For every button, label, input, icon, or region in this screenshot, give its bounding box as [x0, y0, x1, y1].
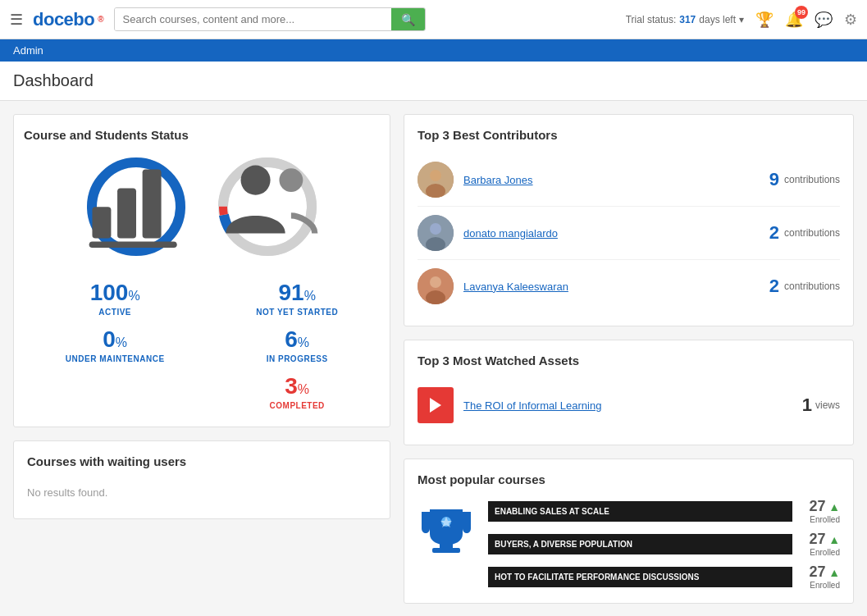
enroll-info-1: 27 ▲ Enrolled: [799, 531, 840, 557]
course-bar-row-0: ENABLING SALES AT SCALE 27 ▲ Enrolled: [488, 498, 840, 524]
settings-button[interactable]: ⚙: [844, 11, 857, 29]
course-bar-row-2: HOT TO FACILITATE PERFORMANCE DISCUSSION…: [488, 564, 840, 590]
course-bar-2: HOT TO FACILITATE PERFORMANCE DISCUSSION…: [488, 567, 792, 587]
svg-rect-5: [89, 241, 177, 248]
contrib-label-0: contributions: [784, 174, 840, 185]
enroll-info-2: 27 ▲ Enrolled: [799, 564, 840, 590]
maintenance-number: 0%: [66, 326, 165, 353]
views-count-0: 1: [802, 395, 812, 416]
in-progress-stat: 6% IN PROGRESS: [267, 326, 328, 363]
course-status-card: Course and Students Status: [13, 114, 390, 427]
trophy-icon: [418, 505, 475, 582]
enroll-label-2: Enrolled: [799, 581, 840, 590]
active-donut: [83, 153, 189, 260]
charts-row: [24, 153, 380, 260]
page-title: Dashboard: [13, 71, 854, 90]
svg-point-10: [241, 166, 271, 195]
students-chart: [214, 153, 321, 260]
course-bar-row-1: BUYERS, A DIVERSE POPULATION 27 ▲ Enroll…: [488, 531, 840, 557]
enroll-count-0: 27: [809, 498, 825, 514]
admin-bar: Admin: [0, 39, 867, 62]
completed-label: COMPLETED: [270, 401, 325, 410]
menu-icon[interactable]: ☰: [10, 11, 23, 29]
contrib-count-0: 9: [769, 169, 779, 190]
contributor-row-0: Barbara Jones 9 contributions: [418, 153, 840, 207]
enroll-info-0: 27 ▲ Enrolled: [799, 498, 840, 524]
contributors-title: Top 3 Best Contributors: [418, 128, 840, 142]
page-title-bar: Dashboard: [0, 62, 867, 101]
popular-courses-title: Most popular courses: [418, 472, 840, 486]
svg-point-11: [279, 168, 303, 192]
svg-point-19: [430, 276, 441, 288]
trophy-icon: 🏆: [755, 11, 773, 28]
enroll-arrow-1: ▲: [828, 533, 840, 546]
chat-button[interactable]: 💬: [815, 11, 833, 29]
svg-point-16: [430, 223, 441, 235]
search-button[interactable]: 🔍: [391, 8, 425, 30]
active-label: ACTIVE: [90, 308, 140, 317]
contrib-count-1: 2: [769, 222, 779, 244]
course-bar-0: ENABLING SALES AT SCALE: [488, 501, 792, 522]
courses-icon: [83, 151, 189, 263]
active-chart: [83, 153, 189, 260]
right-column: Top 3 Best Contributors Barbara Jones 9 …: [404, 114, 854, 616]
enroll-label-1: Enrolled: [799, 548, 840, 557]
contributor-name-0[interactable]: Barbara Jones: [463, 174, 769, 186]
trophy-icon-button[interactable]: 🏆: [755, 11, 773, 29]
views-label-0: views: [815, 399, 840, 411]
students-donut: [214, 153, 321, 260]
admin-label: Admin: [13, 44, 43, 57]
left-column: Course and Students Status: [13, 114, 390, 616]
completed-stat: 3% COMPLETED: [270, 373, 325, 410]
contributors-card: Top 3 Best Contributors Barbara Jones 9 …: [404, 114, 854, 326]
search-input[interactable]: [115, 8, 391, 30]
logo: docebo ®: [33, 9, 104, 30]
in-progress-number: 6%: [267, 326, 328, 353]
logo-text: docebo: [33, 9, 94, 30]
enroll-arrow-0: ▲: [828, 500, 840, 513]
contrib-label-2: contributions: [784, 281, 840, 292]
contributor-name-1[interactable]: donato mangialardo: [463, 227, 769, 240]
header-right: Trial status: 317 days left ▾ 🏆 🔔 99 💬 ⚙: [626, 11, 857, 29]
in-progress-label: IN PROGRESS: [267, 354, 328, 363]
avatar-0: [418, 162, 454, 198]
trial-status: Trial status: 317 days left ▾: [626, 14, 744, 25]
svg-rect-2: [92, 207, 111, 238]
chat-icon: 💬: [815, 11, 833, 28]
active-number: 100%: [90, 280, 140, 306]
popular-courses-card: Most popular courses ENABLING: [404, 459, 854, 604]
header: ☰ docebo ® 🔍 Trial status: 317 days left…: [0, 0, 867, 39]
svg-rect-22: [440, 536, 453, 548]
course-bar-1: BUYERS, A DIVERSE POPULATION: [488, 534, 792, 554]
no-results-text: No results found.: [27, 480, 376, 505]
active-stat: 100% ACTIVE: [90, 280, 140, 317]
asset-title-0[interactable]: The ROI of Informal Learning: [463, 399, 802, 412]
svg-rect-3: [117, 188, 136, 238]
completed-number: 3%: [270, 373, 325, 399]
course-bars: ENABLING SALES AT SCALE 27 ▲ Enrolled BU…: [488, 498, 840, 590]
notification-badge: 99: [795, 6, 808, 19]
svg-rect-4: [143, 169, 162, 238]
users-icon: [214, 151, 321, 263]
enroll-count-1: 27: [809, 531, 825, 547]
course-status-title: Course and Students Status: [24, 128, 380, 142]
popular-inner: ENABLING SALES AT SCALE 27 ▲ Enrolled BU…: [418, 498, 840, 590]
contributor-row-1: donato mangialardo 2 contributions: [418, 207, 840, 260]
avatar-2: [418, 268, 454, 304]
contributor-row-2: Lavanya Kaleeswaran 2 contributions: [418, 260, 840, 313]
not-started-number: 91%: [256, 280, 338, 306]
waiting-users-title: Courses with waiting users: [27, 454, 376, 468]
svg-marker-21: [430, 398, 441, 413]
enroll-arrow-2: ▲: [828, 566, 840, 579]
contrib-count-2: 2: [769, 276, 779, 297]
notifications-button[interactable]: 🔔 99: [785, 11, 803, 29]
search-bar: 🔍: [114, 7, 426, 31]
waiting-users-card: Courses with waiting users No results fo…: [13, 440, 390, 519]
contributor-name-2[interactable]: Lavanya Kaleeswaran: [463, 281, 769, 293]
svg-point-13: [430, 170, 441, 181]
trial-dropdown-icon[interactable]: ▾: [739, 14, 744, 25]
enroll-label-0: Enrolled: [799, 515, 840, 524]
not-started-label: NOT YET STARTED: [256, 308, 338, 317]
maintenance-stat: 0% UNDER MAINTENANCE: [66, 326, 165, 363]
not-started-stat: 91% NOT YET STARTED: [256, 280, 338, 317]
